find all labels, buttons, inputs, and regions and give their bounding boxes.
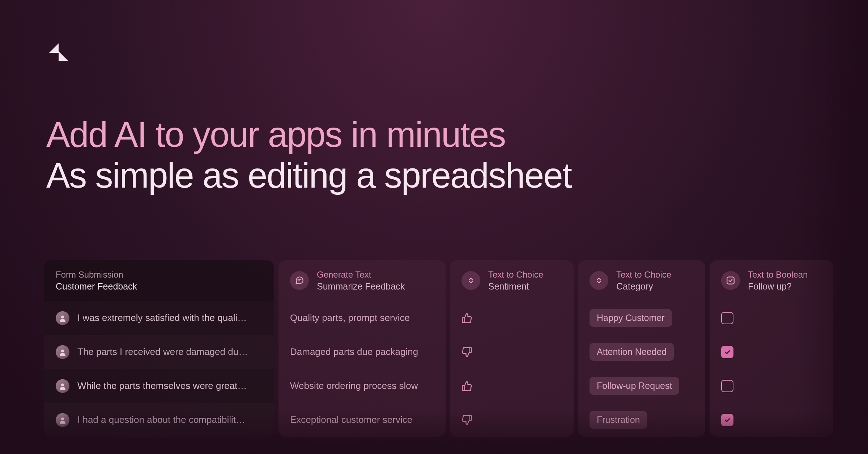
column-name-label: Follow up? <box>748 281 808 292</box>
summary-text: Damaged parts due packaging <box>290 346 418 357</box>
table-row[interactable] <box>450 335 574 369</box>
table-row[interactable]: Website ordering process slow <box>278 369 446 403</box>
svg-point-0 <box>61 316 64 318</box>
thumbs-up-icon <box>461 381 472 391</box>
avatar <box>56 345 69 359</box>
category-tag: Frustration <box>590 411 647 429</box>
column-type-label: Generate Text <box>317 270 405 280</box>
column-name-label: Category <box>616 281 671 292</box>
column-header-category[interactable]: Text to Choice Category <box>578 260 705 301</box>
feedback-text: While the parts themselves were great… <box>77 380 247 391</box>
follow-up-checkbox[interactable] <box>721 414 733 426</box>
sort-icon <box>590 271 608 290</box>
table-row[interactable]: Attention Needed <box>578 335 705 369</box>
feedback-text: I was extremely satisfied with the quali… <box>77 312 247 324</box>
data-board: Form Submission Customer Feedback I was … <box>44 260 868 437</box>
headline-line-1: Add AI to your apps in minutes <box>46 114 571 155</box>
message-icon <box>290 271 309 290</box>
table-row[interactable] <box>450 301 574 335</box>
table-row[interactable]: While the parts themselves were great… <box>44 369 274 403</box>
column-feedback: Form Submission Customer Feedback I was … <box>44 260 274 437</box>
column-header-summary[interactable]: Generate Text Summarize Feedback <box>278 260 446 301</box>
column-sentiment: Text to Choice Sentiment <box>450 260 574 437</box>
svg-rect-6 <box>727 277 734 284</box>
summary-text: Website ordering process slow <box>290 380 418 391</box>
column-follow-up: Text to Boolean Follow up? <box>710 260 833 437</box>
table-row[interactable]: The parts I received were damaged du… <box>44 335 274 369</box>
avatar <box>56 413 69 427</box>
column-header-feedback[interactable]: Form Submission Customer Feedback <box>44 260 274 301</box>
svg-point-1 <box>61 350 64 352</box>
avatar <box>56 379 69 393</box>
checkbox-icon <box>721 271 740 290</box>
table-row[interactable]: I had a question about the compatibilit… <box>44 403 274 437</box>
table-row[interactable]: Exceptional customer service <box>278 403 446 437</box>
column-type-label: Text to Boolean <box>748 270 808 280</box>
column-category: Text to Choice Category Happy Customer A… <box>578 260 705 437</box>
sort-icon <box>461 271 480 290</box>
table-row[interactable] <box>710 335 833 369</box>
category-tag: Happy Customer <box>590 309 672 327</box>
feedback-text: The parts I received were damaged du… <box>77 346 248 357</box>
column-type-label: Text to Choice <box>616 270 671 280</box>
table-row[interactable] <box>450 369 574 403</box>
thumbs-up-icon <box>461 313 472 324</box>
feedback-text: I had a question about the compatibilit… <box>77 414 245 425</box>
headline-line-2: As simple as editing a spreadsheet <box>46 155 571 196</box>
follow-up-checkbox[interactable] <box>721 312 733 324</box>
column-header-follow-up[interactable]: Text to Boolean Follow up? <box>710 260 833 301</box>
svg-point-3 <box>61 417 64 420</box>
table-row[interactable]: Happy Customer <box>578 301 705 335</box>
table-row[interactable] <box>450 403 574 437</box>
thumbs-down-icon <box>461 347 472 357</box>
column-header-sentiment[interactable]: Text to Choice Sentiment <box>450 260 574 301</box>
table-row[interactable]: I was extremely satisfied with the quali… <box>44 301 274 335</box>
column-type-label: Text to Choice <box>488 270 543 280</box>
column-name-label: Customer Feedback <box>56 281 137 292</box>
brand-logo <box>47 40 70 64</box>
table-row[interactable]: Damaged parts due packaging <box>278 335 446 369</box>
column-type-label: Form Submission <box>56 270 137 280</box>
avatar <box>56 311 69 325</box>
thumbs-down-icon <box>461 415 472 425</box>
table-row[interactable] <box>710 301 833 335</box>
table-row[interactable]: Quality parts, prompt service <box>278 301 446 335</box>
svg-point-2 <box>61 384 64 386</box>
category-tag: Attention Needed <box>590 343 674 361</box>
follow-up-checkbox[interactable] <box>721 380 733 392</box>
hero-headline: Add AI to your apps in minutes As simple… <box>46 114 571 196</box>
table-row[interactable] <box>710 369 833 403</box>
column-name-label: Sentiment <box>488 281 543 292</box>
summary-text: Exceptional customer service <box>290 414 412 425</box>
table-row[interactable]: Frustration <box>578 403 705 437</box>
follow-up-checkbox[interactable] <box>721 346 733 358</box>
summary-text: Quality parts, prompt service <box>290 312 410 324</box>
column-name-label: Summarize Feedback <box>317 281 405 292</box>
category-tag: Follow-up Request <box>590 377 679 395</box>
column-summary: Generate Text Summarize Feedback Quality… <box>278 260 446 437</box>
table-row[interactable] <box>710 403 833 437</box>
table-row[interactable]: Follow-up Request <box>578 369 705 403</box>
